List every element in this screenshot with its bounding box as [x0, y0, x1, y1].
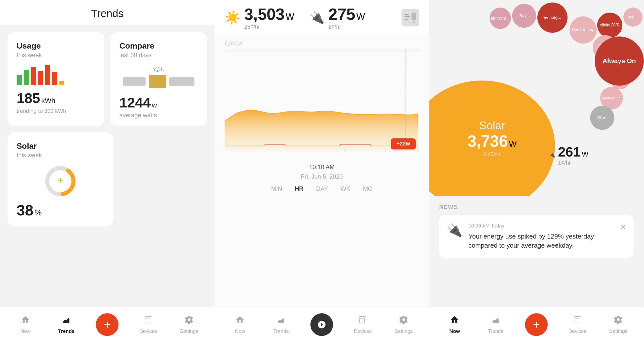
nav2-now[interactable]: Now	[220, 315, 261, 334]
usage-card[interactable]: Usage this week 185 kWh trending to 309 …	[8, 32, 104, 126]
news-content: 10:09 AM Today Your energy use spiked by…	[468, 223, 614, 250]
home2-icon	[235, 315, 245, 326]
svg-rect-3	[401, 9, 419, 26]
solar-bubble-unit: W	[509, 139, 516, 148]
compare-value-row: 1244 w	[119, 94, 198, 111]
donut-svg: ☀	[44, 165, 77, 198]
solar-bubble-rate: 27¢/hr	[484, 150, 501, 158]
bubble-play-top[interactable]: Play...	[512, 4, 536, 28]
bubble-att-micro[interactable]: att micro...	[490, 8, 511, 29]
trends3-icon	[491, 315, 500, 326]
svg-rect-8	[413, 21, 415, 23]
nav3-trends[interactable]: Trends	[475, 315, 516, 334]
usage-header-value: 275 W 2¢/hr	[329, 5, 365, 30]
solar-rate: 25¢/hr	[244, 24, 294, 30]
svg-rect-6	[405, 19, 408, 20]
add-button-dark[interactable]	[310, 313, 333, 336]
bar-1	[17, 75, 22, 85]
chart-svg-container: +22w	[215, 40, 429, 161]
compare-bar-right	[169, 77, 194, 86]
solar-donut: ☀	[17, 165, 104, 198]
play-top-label: Play...	[518, 13, 530, 18]
bar-6	[52, 72, 57, 85]
svg-rect-4	[405, 14, 409, 15]
nav2-devices[interactable]: Devices	[342, 315, 383, 334]
news-title: NEWS	[439, 204, 634, 210]
bubble-dads-laptop[interactable]: Dad's laptop	[570, 16, 597, 44]
chart-date: Fri, Jun 5, 2020	[215, 173, 429, 180]
usage-value-row: 185 kWh	[17, 90, 95, 106]
usage-kwh-unit: kWh	[41, 97, 55, 104]
bottom-nav-trends: Now Trends + Devices Settings	[0, 307, 215, 342]
tab-hr[interactable]: HR	[295, 185, 304, 192]
solar-bubble-label: Solar	[479, 119, 505, 132]
tab-min[interactable]: MIN	[271, 185, 282, 192]
compare-watts-unit: w	[152, 101, 157, 109]
devices-icon	[144, 315, 153, 326]
usage-bubble-watts: 261	[558, 144, 581, 159]
tab-wk[interactable]: WK	[341, 185, 350, 192]
news-close-button[interactable]: ✕	[620, 223, 626, 231]
grid-icon	[401, 9, 419, 26]
home3-icon	[450, 315, 459, 326]
nav2-settings-label: Settings	[395, 328, 413, 334]
usage-rate: 2¢/hr	[329, 24, 365, 30]
bar-5	[45, 65, 50, 85]
nav-add[interactable]: +	[87, 313, 128, 336]
solar-big-value: 3,503	[244, 5, 285, 23]
bubble-area: Solar 3,736 W 27¢/hr att micro... Play..…	[429, 0, 644, 196]
nav-devices-label: Devices	[139, 328, 157, 334]
panel-chart: ☀️ 3,503 W 25¢/hr 🔌 275 W 2¢/hr	[215, 0, 429, 342]
bubble-other[interactable]: Other	[590, 106, 614, 130]
compare-bars: ▲	[119, 75, 198, 88]
trends2-icon	[276, 315, 286, 326]
usage-kwh-value: 185	[17, 90, 40, 106]
bubble-sub[interactable]: sub...	[623, 8, 642, 27]
usage-bubble-row: 🔌 261 W	[549, 144, 588, 160]
nav-trends-label: Trends	[58, 328, 75, 334]
nav3-now-label: Now	[449, 328, 460, 334]
bubble-av-netg[interactable]: av netg...	[537, 3, 568, 33]
nav-devices[interactable]: Devices	[128, 315, 169, 334]
svg-rect-5	[405, 16, 410, 17]
bar-4	[38, 71, 43, 85]
add-button[interactable]: +	[96, 313, 118, 336]
always-on-bubble[interactable]: Always On	[595, 36, 644, 86]
settings-icon	[185, 315, 194, 326]
bottom-nav-chart: Now Trends Devices Settings	[215, 307, 429, 342]
nav-now-label: Now	[20, 328, 30, 334]
usage-big-unit: W	[356, 12, 365, 22]
solar-percent-value: 38	[17, 202, 33, 219]
nav-settings[interactable]: Settings	[169, 315, 210, 334]
nav-now[interactable]: Now	[5, 315, 46, 334]
nav3-devices[interactable]: Devices	[557, 315, 598, 334]
nav-trends[interactable]: Trends	[46, 315, 87, 334]
compare-card[interactable]: Compare last 30 days YOU ▲ 1244 w averag…	[110, 32, 207, 126]
sub-label: sub...	[628, 15, 638, 19]
att-micro-label: att micro...	[490, 15, 511, 22]
svg-text:☀: ☀	[57, 177, 64, 184]
usage-bubble-unit: W	[582, 150, 588, 158]
plus-icon: +	[104, 319, 111, 331]
news-plug-icon: 🔌	[447, 223, 462, 238]
chart-time-tabs: MIN HR DAY WK MO	[215, 185, 429, 192]
chart-area: 6,600w	[215, 35, 429, 307]
usage-bars	[17, 65, 95, 85]
solar-header-value: 3,503 W 25¢/hr	[244, 5, 294, 30]
plug-bubble-icon: 🔌	[549, 152, 555, 158]
nav3-settings[interactable]: Settings	[598, 315, 639, 334]
nav2-settings[interactable]: Settings	[383, 315, 424, 334]
compare-watts-value: 1244	[119, 95, 151, 110]
solar-percent-unit: %	[34, 208, 42, 217]
tab-mo[interactable]: MO	[363, 185, 373, 192]
nav2-trends[interactable]: Trends	[261, 315, 302, 334]
nav3-add[interactable]: +	[516, 313, 557, 336]
add-button-3[interactable]: +	[525, 313, 548, 336]
news-section: NEWS 🔌 10:09 AM Today Your energy use sp…	[429, 196, 644, 258]
solar-card[interactable]: Solar this week ☀ 38 %	[8, 132, 113, 226]
tab-day[interactable]: DAY	[316, 185, 328, 192]
panel-now: Solar 3,736 W 27¢/hr att micro... Play..…	[429, 0, 644, 342]
nav2-add[interactable]	[301, 313, 342, 336]
bubble-xfinity-dvr[interactable]: xfinity DVR	[597, 13, 622, 38]
nav3-now[interactable]: Now	[434, 315, 475, 334]
